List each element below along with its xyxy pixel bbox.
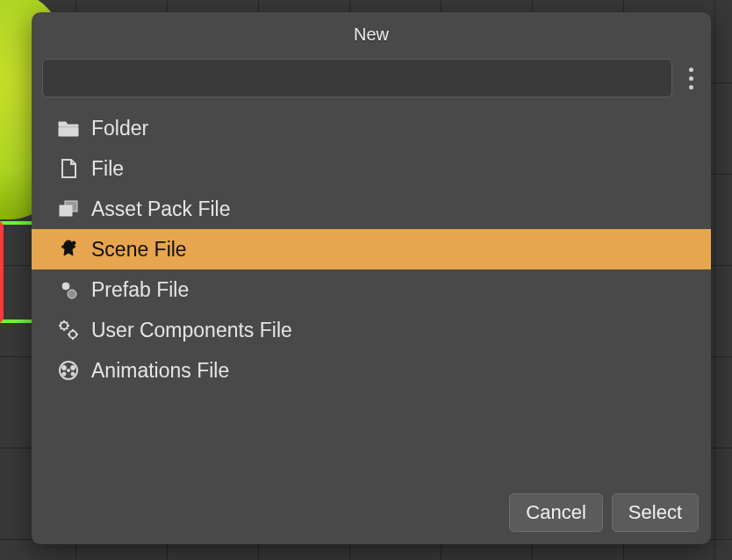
prefab-icon: [56, 277, 81, 302]
kebab-dot: [689, 68, 693, 72]
kebab-dot: [689, 76, 693, 81]
list-item-label: Folder: [91, 117, 148, 140]
list-item-label: Animations File: [91, 359, 229, 383]
animations-icon: [56, 358, 81, 383]
list-item[interactable]: Prefab File: [32, 269, 711, 310]
select-button[interactable]: Select: [612, 493, 699, 532]
search-input[interactable]: [42, 59, 672, 97]
list-item-label: Asset Pack File: [91, 197, 231, 221]
file-icon: [56, 156, 81, 181]
new-file-dialog: New FolderFileAsset Pack FileScene FileP…: [32, 12, 711, 544]
list-item[interactable]: Animations File: [32, 350, 711, 391]
list-item[interactable]: File: [32, 148, 711, 189]
list-item-label: User Components File: [91, 319, 292, 342]
folder-icon: [56, 116, 81, 140]
list-item-label: File: [91, 157, 124, 181]
file-type-list: FolderFileAsset Pack FileScene FilePrefa…: [32, 106, 711, 483]
components-icon: [56, 318, 81, 342]
list-item[interactable]: Folder: [32, 108, 711, 148]
list-item[interactable]: User Components File: [32, 310, 711, 350]
assetpack-icon: [56, 197, 81, 221]
list-item[interactable]: Scene File: [32, 229, 711, 269]
scene-icon: [56, 237, 81, 262]
dialog-footer: Cancel Select: [32, 483, 711, 544]
selection-handle: [0, 221, 32, 323]
list-item[interactable]: Asset Pack File: [32, 189, 711, 229]
search-bar: [32, 54, 711, 106]
list-item-label: Prefab File: [91, 278, 189, 302]
more-options-button[interactable]: [681, 61, 700, 95]
kebab-dot: [689, 85, 693, 90]
dialog-title: New: [32, 12, 711, 54]
cancel-button[interactable]: Cancel: [509, 493, 602, 532]
list-item-label: Scene File: [91, 238, 187, 262]
